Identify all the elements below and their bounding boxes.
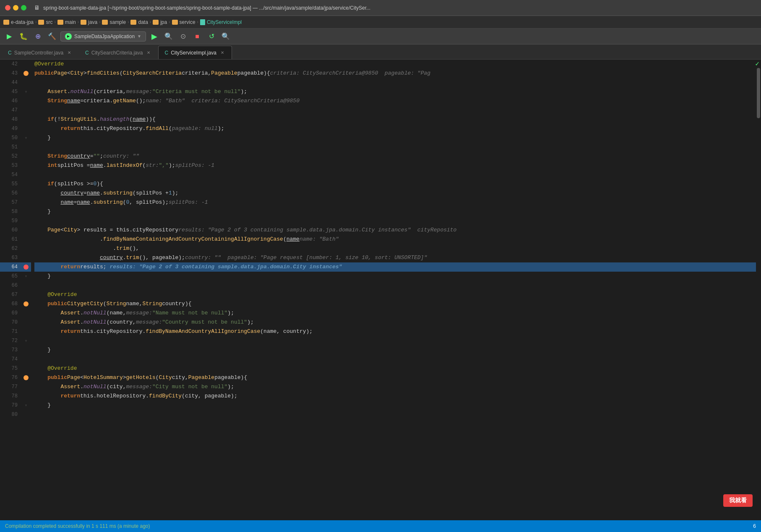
fold-icon[interactable]: ▿ bbox=[25, 89, 27, 94]
tab-close-3[interactable]: ✕ bbox=[219, 49, 226, 56]
gutter-row[interactable] bbox=[21, 299, 31, 309]
breadcrumb-item-7[interactable]: jpa bbox=[153, 19, 167, 25]
breadcrumb-item-service[interactable]: service bbox=[172, 19, 195, 25]
gutter-row[interactable] bbox=[21, 290, 31, 299]
line-number: 74 bbox=[0, 355, 21, 364]
gutter-row[interactable] bbox=[21, 244, 31, 253]
line-number: 48 bbox=[0, 115, 21, 124]
gutter-row[interactable] bbox=[21, 318, 31, 327]
gutter-row[interactable] bbox=[21, 198, 31, 207]
fold-icon[interactable]: ▿ bbox=[25, 338, 27, 343]
coverage-app-button[interactable]: ⊙ bbox=[177, 31, 189, 42]
gutter-row[interactable] bbox=[21, 78, 31, 87]
code-line: } bbox=[34, 345, 756, 355]
gutter-row[interactable] bbox=[21, 96, 31, 106]
gutter-row[interactable] bbox=[21, 106, 31, 115]
build-button[interactable]: 🔨 bbox=[46, 31, 58, 42]
gutter-row[interactable] bbox=[21, 327, 31, 336]
run-button[interactable]: ▶ bbox=[3, 31, 15, 42]
coverage-button[interactable]: ⊕ bbox=[32, 31, 44, 42]
gutter-row[interactable] bbox=[21, 69, 31, 78]
gutter-row[interactable] bbox=[21, 345, 31, 355]
maximize-button[interactable] bbox=[21, 5, 26, 10]
tab-city-search-criteria[interactable]: C CitySearchCriteria.java ✕ bbox=[79, 46, 158, 59]
breadcrumb-item-4[interactable]: java bbox=[81, 19, 97, 25]
code-line: Assert.notNull(country, message: "Countr… bbox=[34, 318, 756, 327]
gutter-row[interactable] bbox=[21, 281, 31, 290]
code-line bbox=[34, 106, 756, 115]
gutter-row[interactable] bbox=[21, 152, 31, 161]
gutter-row[interactable] bbox=[21, 124, 31, 133]
gutter-row[interactable]: ▿ bbox=[21, 336, 31, 345]
line-number: 47 bbox=[0, 106, 21, 115]
gutter-row[interactable] bbox=[21, 170, 31, 179]
gutter-row[interactable] bbox=[21, 235, 31, 244]
line-number: 69 bbox=[0, 309, 21, 318]
code-line: return this.cityRepository.findByNameAnd… bbox=[34, 327, 756, 336]
code-line: Page<City> results = this.cityRepository… bbox=[34, 226, 756, 235]
code-line bbox=[34, 216, 756, 226]
minimize-button[interactable] bbox=[13, 5, 18, 10]
gutter-row[interactable] bbox=[21, 161, 31, 170]
gutter-row[interactable] bbox=[21, 253, 31, 262]
breadcrumb-item-3[interactable]: main bbox=[57, 19, 76, 25]
gutter-row[interactable] bbox=[21, 143, 31, 152]
line-number: 55 bbox=[0, 179, 21, 189]
scrollbar-thumb[interactable] bbox=[757, 68, 760, 118]
gutter-row[interactable] bbox=[21, 216, 31, 226]
line-number: 57 bbox=[0, 198, 21, 207]
gutter-row[interactable] bbox=[21, 226, 31, 235]
gutter-row[interactable] bbox=[21, 364, 31, 373]
gutter-row[interactable] bbox=[21, 382, 31, 392]
breadcrumb-item-6[interactable]: data bbox=[130, 19, 148, 25]
line-number: 50 bbox=[0, 133, 21, 143]
debug-app-button[interactable]: 🔍 bbox=[163, 31, 175, 42]
gutter-row[interactable]: ▿ bbox=[21, 401, 31, 410]
gutter-row[interactable] bbox=[21, 373, 31, 382]
status-line-col: 6 bbox=[753, 523, 756, 529]
fold-icon[interactable]: ▿ bbox=[25, 135, 27, 140]
tab-icon-3: C bbox=[164, 50, 168, 56]
toolbar: ▶ 🐛 ⊕ 🔨 ▶ SampleDataJpaApplication ▼ ▶ 🔍… bbox=[0, 29, 761, 44]
breadcrumb-item-1[interactable]: e-data-jpa bbox=[3, 19, 34, 25]
code-area[interactable]: @Overridepublic Page<City> findCities(Ci… bbox=[31, 60, 756, 520]
gutter-row[interactable] bbox=[21, 60, 31, 69]
tab-city-service-impl[interactable]: C CityServiceImpl.java ✕ bbox=[158, 46, 232, 59]
gutter-row[interactable]: ▿ bbox=[21, 133, 31, 143]
gutter-row[interactable] bbox=[21, 262, 31, 272]
stop-button[interactable]: ■ bbox=[191, 31, 203, 42]
gutter-row[interactable] bbox=[21, 115, 31, 124]
breadcrumb-item-2[interactable]: src bbox=[38, 19, 52, 25]
search-toolbar-button[interactable]: 🔍 bbox=[220, 31, 232, 42]
rerun-button[interactable]: ↺ bbox=[206, 31, 217, 42]
tab-close-1[interactable]: ✕ bbox=[66, 49, 73, 56]
breadcrumb-item-file[interactable]: CityServiceImpl bbox=[200, 19, 242, 25]
fold-icon[interactable]: ▿ bbox=[25, 403, 27, 408]
gutter-row[interactable] bbox=[21, 410, 31, 419]
code-line: Assert.notNull(name, message: "Name must… bbox=[34, 309, 756, 318]
scrollbar[interactable] bbox=[756, 60, 761, 520]
tab-close-2[interactable]: ✕ bbox=[145, 49, 152, 56]
breadcrumb-label-7: jpa bbox=[160, 19, 167, 25]
status-bar: Compilation completed successfully in 1 … bbox=[0, 520, 761, 532]
gutter-row[interactable]: ▿ bbox=[21, 272, 31, 281]
fold-icon[interactable]: ▿ bbox=[25, 274, 27, 279]
run-config-selector[interactable]: ▶ SampleDataJpaApplication ▼ bbox=[60, 31, 146, 42]
close-button[interactable] bbox=[5, 5, 10, 10]
gutter-row[interactable] bbox=[21, 207, 31, 216]
tab-sample-controller[interactable]: C SampleController.java ✕ bbox=[2, 46, 79, 59]
code-line: int splitPos = name.lastIndexOf( str: ",… bbox=[34, 161, 756, 170]
gutter-row[interactable] bbox=[21, 309, 31, 318]
run-app-button[interactable]: ▶ bbox=[149, 31, 160, 42]
gutter-row[interactable] bbox=[21, 189, 31, 198]
gutter-row[interactable] bbox=[21, 392, 31, 401]
line-number: 64 bbox=[0, 262, 21, 272]
debug-button[interactable]: 🐛 bbox=[18, 31, 29, 42]
gutter-row[interactable]: ▿ bbox=[21, 87, 31, 96]
breadcrumb-sep-2: › bbox=[54, 20, 55, 24]
gutter-row[interactable] bbox=[21, 179, 31, 189]
gutter-row[interactable] bbox=[21, 355, 31, 364]
window-title: spring-boot-sample-data-jpa [~/spring-bo… bbox=[43, 5, 370, 11]
line-number: 58 bbox=[0, 207, 21, 216]
breadcrumb-item-5[interactable]: sample bbox=[102, 19, 126, 25]
